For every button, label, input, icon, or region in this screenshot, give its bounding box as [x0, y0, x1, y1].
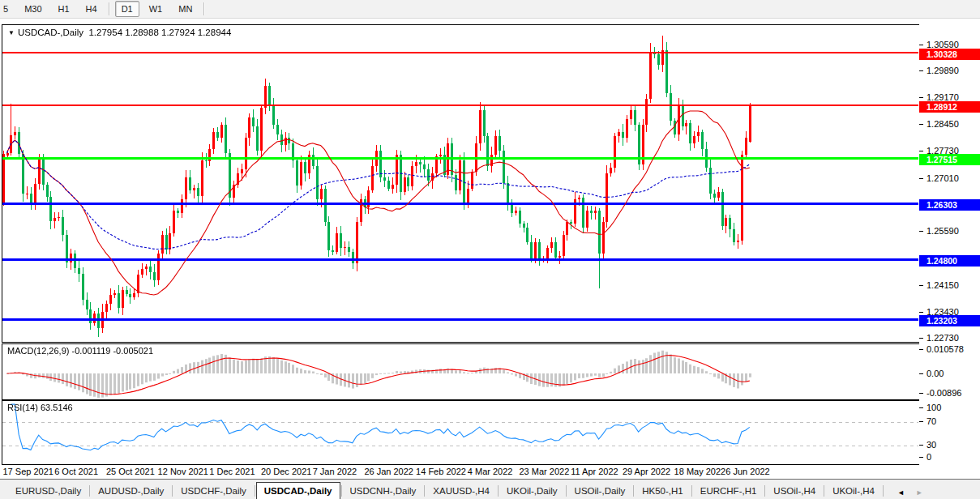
chart-tab-xauusd-h4[interactable]: XAUUSD-,H4	[426, 484, 497, 499]
chart-tab-usdcad-daily[interactable]: USDCAD-,Daily	[256, 482, 340, 499]
rsi-axis-tick: 0	[919, 452, 931, 463]
chart-tab-usdchf-daily[interactable]: USDCHF-,Daily	[173, 484, 254, 499]
chart-tab-usoil-daily[interactable]: USOil-,Daily	[567, 484, 633, 499]
tab-separator	[824, 485, 824, 497]
tabs-scroll-left-icon[interactable]: ◄	[897, 488, 905, 497]
macd-axis-tick: 0.010578	[919, 344, 964, 355]
price-level-badge: 1.24800	[919, 255, 980, 267]
macd-axis-tick: 0.00	[919, 369, 944, 379]
time-axis-label: 12 Nov 2021	[158, 467, 208, 476]
macd-panel: MACD(12,26,9) -0.001119 -0.005021	[2, 343, 921, 400]
chart-tab-usdcnh-daily[interactable]: USDCNH-,Daily	[343, 484, 424, 499]
chart-tab-ukoil-h4[interactable]: UKOil-,H4	[825, 484, 882, 499]
time-axis-label: 25 Oct 2021	[106, 467, 155, 476]
rsi-axis-tick: 70	[919, 416, 936, 427]
macd-values: -0.001119 -0.005021	[71, 346, 153, 356]
tab-separator	[89, 485, 90, 497]
tab-separator	[566, 485, 567, 497]
chart-menu-icon[interactable]: ▼	[8, 29, 15, 36]
chart-tab-eurusd-daily[interactable]: EURUSD-,Daily	[8, 484, 88, 499]
time-axis-label: 18 May 2022	[674, 467, 726, 476]
tab-separator	[341, 485, 342, 497]
price-level-badge: 1.27515	[919, 154, 980, 165]
time-axis-label: 1 Dec 2021	[209, 467, 255, 476]
chart-tab-ukoil-daily[interactable]: UKOil-,Daily	[499, 484, 565, 499]
chart-ohlc-values: 1.27954 1.28988 1.27924 1.28944	[88, 28, 231, 37]
candlestick-chart-canvas[interactable]	[2, 25, 918, 340]
price-level-badge: 1.23203	[919, 315, 980, 326]
timeframe-button-mn[interactable]: MN	[172, 1, 199, 17]
time-axis-label: 29 Apr 2022	[623, 467, 670, 476]
chart-symbol-label: USDCAD-,Daily	[18, 28, 83, 37]
price-level-badge: 1.30328	[919, 49, 980, 60]
tab-separator	[883, 485, 884, 497]
chart-tab-eurchf-h1[interactable]: EURCHF-,H1	[693, 484, 764, 499]
tab-separator	[172, 485, 173, 497]
price-axis-tick: 1.22730	[919, 333, 959, 343]
macd-label: MACD(12,26,9) -0.001119 -0.005021	[7, 346, 153, 356]
timeframe-button-h1[interactable]: H1	[52, 1, 76, 17]
chart-tab-usoil-h4[interactable]: USOil-,H4	[766, 484, 823, 499]
rsi-axis-tick: 100	[919, 403, 941, 413]
time-axis-label: 11 Apr 2022	[571, 467, 618, 476]
time-axis-label: 7 Jan 2022	[313, 467, 357, 476]
rsi-label: RSI(14) 63.5146	[7, 403, 73, 412]
tabs-scroll-right-icon[interactable]: ►	[916, 488, 923, 497]
tab-separator	[424, 485, 425, 497]
chart-tabs-bar: EURUSD-,DailyAUDUSD-,DailyUSDCHF-,DailyU…	[0, 479, 980, 499]
tab-separator	[255, 485, 255, 497]
chart-window: ▼USDCAD-,Daily 1.27954 1.28988 1.27924 1…	[0, 21, 980, 479]
tab-separator	[691, 485, 692, 497]
tab-separator	[764, 485, 765, 497]
price-level-badge: 1.28912	[919, 101, 980, 113]
time-axis-label: 20 Dec 2021	[261, 467, 311, 476]
rsi-chart-canvas[interactable]	[2, 401, 918, 463]
timeframe-button-w1[interactable]: W1	[143, 1, 169, 17]
time-axis[interactable]: 17 Sep 20216 Oct 202125 Oct 202112 Nov 2…	[2, 465, 919, 480]
time-axis-label: 6 Oct 2021	[54, 467, 98, 476]
rsi-name: RSI(14)	[7, 403, 38, 412]
timeframe-button-h4[interactable]: H4	[79, 1, 104, 17]
rsi-value: 63.5146	[41, 403, 73, 412]
price-axis-tick: 1.24150	[919, 280, 959, 291]
macd-name: MACD(12,26,9)	[7, 346, 69, 356]
macd-axis-tick: -0.00896	[919, 388, 961, 399]
chart-title: ▼USDCAD-,Daily 1.27954 1.28988 1.27924 1…	[8, 28, 231, 37]
time-axis-label: 17 Sep 2021	[3, 467, 53, 476]
price-axis-tick: 1.29890	[919, 66, 959, 76]
price-axis[interactable]: 1.305901.298901.291701.284501.277301.270…	[919, 21, 980, 465]
timeframe-button-5[interactable]: 5	[0, 1, 15, 17]
toolbar-separator	[203, 2, 205, 15]
tab-separator	[498, 485, 499, 497]
price-axis-tick: 1.27010	[919, 173, 959, 184]
rsi-panel: RSI(14) 63.5146	[2, 400, 921, 465]
timeframe-button-m30[interactable]: M30	[18, 1, 48, 17]
rsi-axis-tick: 30	[919, 440, 936, 450]
price-level-badge: 1.26303	[919, 199, 980, 211]
chart-tab-hk50-h1[interactable]: HK50-,H1	[635, 484, 691, 499]
time-axis-label: 14 Feb 2022	[416, 467, 466, 476]
toolbar-separator	[109, 2, 110, 15]
timeframe-toolbar: 5M30H1H4D1W1MN	[0, 0, 980, 19]
tab-separator	[633, 485, 634, 497]
time-axis-label: 4 Mar 2022	[468, 467, 513, 476]
time-axis-label: 23 Mar 2022	[520, 467, 570, 476]
time-axis-label: 6 Jun 2022	[725, 467, 769, 476]
price-axis-tick: 1.28450	[919, 119, 959, 130]
price-axis-tick: 1.25590	[919, 226, 959, 237]
chart-tab-audusd-daily[interactable]: AUDUSD-,Daily	[91, 484, 171, 499]
timeframe-button-d1[interactable]: D1	[115, 1, 139, 17]
time-axis-label: 26 Jan 2022	[364, 467, 413, 476]
price-chart-panel: ▼USDCAD-,Daily 1.27954 1.28988 1.27924 1…	[2, 24, 921, 343]
